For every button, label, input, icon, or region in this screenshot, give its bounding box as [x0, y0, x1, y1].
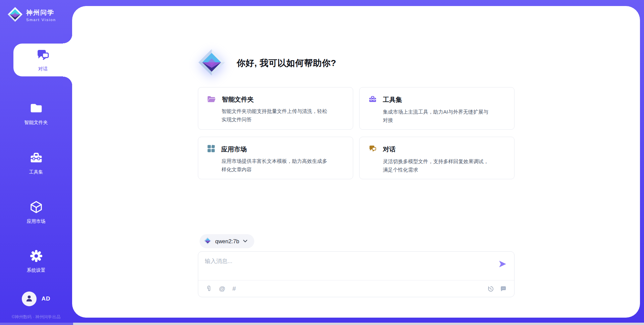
model-selector[interactable]: qwen2:7b — [200, 234, 255, 248]
card-title: 对话 — [383, 145, 396, 154]
cube-icon — [29, 200, 43, 215]
sidebar: 神州问学 Smart Vision 对话 智能文件夹 — [0, 0, 72, 325]
card-chat[interactable]: 对话 灵活切换多模型文件，支持多样回复效果调试，满足个性化需求 — [359, 137, 515, 179]
card-toolset[interactable]: 工具集 集成市场上主流工具，助力AI与外界无缝扩展与对接 — [359, 87, 515, 130]
history-icon[interactable] — [487, 285, 494, 292]
card-description: 灵活切换多模型文件，支持多样回复效果调试，满足个性化需求 — [383, 157, 491, 174]
card-description: 智能文件夹功能支持批量文件上传与清洗，轻松实现文件问答 — [222, 107, 329, 124]
message-input[interactable] — [205, 257, 487, 277]
sidebar-item-label: 对话 — [38, 66, 48, 72]
greeting: 你好, 我可以如何帮助你? — [198, 49, 515, 77]
card-title: 应用市场 — [221, 145, 247, 154]
topic-icon[interactable]: # — [232, 285, 236, 292]
sidebar-item-chat[interactable]: 对话 — [13, 44, 72, 76]
grid-icon — [207, 144, 215, 154]
gear-icon — [29, 249, 43, 264]
chat-icon — [36, 48, 50, 64]
card-description: 集成市场上主流工具，助力AI与外界无缝扩展与对接 — [383, 108, 491, 124]
user-account[interactable]: AD — [0, 291, 72, 306]
message-composer: @ # — [198, 251, 515, 297]
chevron-down-icon — [243, 238, 248, 244]
folder-icon — [29, 101, 43, 117]
mention-icon[interactable]: @ — [219, 285, 225, 292]
attach-icon[interactable] — [206, 285, 212, 292]
sidebar-item-label: 工具集 — [29, 169, 43, 175]
toolbox-icon — [29, 151, 43, 166]
card-description: 应用市场提供丰富长文本模板，助力高效生成多样化文章内容 — [222, 157, 329, 174]
user-name: AD — [42, 296, 51, 302]
composer-toolbar: @ # — [198, 280, 514, 297]
card-app-market[interactable]: 应用市场 应用市场提供丰富长文本模板，助力高效生成多样化文章内容 — [198, 137, 353, 179]
send-button[interactable] — [498, 260, 507, 268]
sidebar-item-label: 系统设置 — [27, 267, 46, 273]
app-name: 神州问学 — [26, 8, 56, 17]
sidebar-item-toolset[interactable]: 工具集 — [0, 146, 72, 180]
folder-open-icon — [207, 95, 216, 104]
sidebar-item-smart-folder[interactable]: 智能文件夹 — [0, 96, 72, 130]
feedback-icon[interactable] — [500, 285, 507, 292]
send-icon — [498, 264, 507, 269]
greeting-title: 你好, 我可以如何帮助你? — [237, 57, 336, 69]
sidebar-item-settings[interactable]: 系统设置 — [0, 244, 72, 278]
card-smart-folder[interactable]: 智能文件夹 智能文件夹功能支持批量文件上传与清洗，轻松实现文件问答 — [198, 87, 353, 130]
app-subtitle: Smart Vision — [26, 18, 56, 22]
sidebar-item-app-market[interactable]: 应用市场 — [0, 195, 72, 229]
toolbox-icon — [368, 95, 377, 105]
greeting-logo-icon — [198, 49, 225, 77]
chat-icon — [368, 144, 377, 154]
copyright-text: ©神州数码 · 神州问学出品 — [0, 314, 72, 320]
person-icon — [25, 294, 34, 304]
sidebar-item-label: 应用市场 — [27, 218, 46, 224]
main-content: 你好, 我可以如何帮助你? 智能文件夹 智能文件夹功能支持批量文件上传与清洗，轻… — [72, 0, 640, 325]
model-name: qwen2:7b — [215, 238, 239, 245]
feature-cards: 智能文件夹 智能文件夹功能支持批量文件上传与清洗，轻松实现文件问答 — [198, 87, 515, 179]
model-logo-icon — [204, 237, 212, 246]
app-logo-icon — [7, 7, 23, 23]
avatar — [22, 291, 37, 306]
sidebar-item-label: 智能文件夹 — [24, 120, 48, 126]
app-logo: 神州问学 Smart Vision — [7, 7, 56, 23]
card-title: 工具集 — [383, 95, 402, 104]
card-title: 智能文件夹 — [222, 95, 254, 104]
